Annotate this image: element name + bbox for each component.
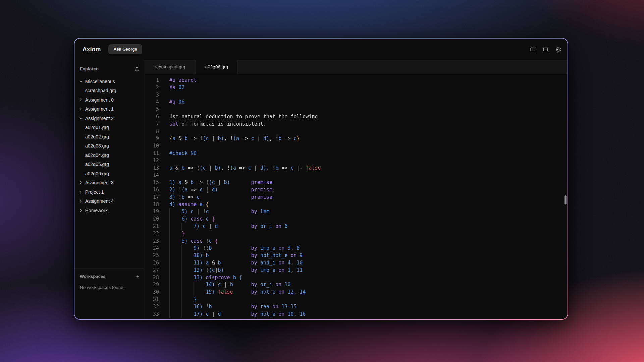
line-content[interactable]: 13) disprove b { bbox=[169, 274, 242, 282]
code-token: | bbox=[209, 311, 218, 317]
tree-folder-assignment-1[interactable]: Assignment 1 bbox=[74, 105, 145, 114]
line-content[interactable]: 11) a & b by and_i on 4, 10 bbox=[169, 259, 303, 267]
code-token: 1 bbox=[287, 267, 290, 273]
code-line: 162) !(a => c | d) premise bbox=[145, 186, 568, 194]
line-content[interactable]: 12) !(c|b) by imp_e on 1, 11 bbox=[169, 267, 303, 274]
workspaces-panel: Workspaces + No workspaces found. bbox=[74, 268, 145, 319]
tree-file-scratchpad-grg[interactable]: scratchpad.grg bbox=[74, 86, 145, 96]
line-content[interactable]: 1) a & b => !(c | b) premise bbox=[169, 179, 272, 186]
code-line: 3 bbox=[145, 92, 568, 99]
line-content[interactable]: 5) c | !c by lem bbox=[169, 208, 269, 216]
chevron-down-icon bbox=[79, 79, 83, 83]
tab-scratchpad-grg[interactable]: scratchpad.grg bbox=[145, 60, 196, 74]
code-token bbox=[257, 208, 260, 215]
code-token bbox=[257, 282, 260, 288]
code-token: d) bbox=[260, 165, 266, 171]
line-content[interactable]: 3) !b => c premise bbox=[169, 194, 272, 201]
tree-item-label: a02q01.grg bbox=[85, 125, 109, 130]
code-token: on bbox=[278, 311, 284, 317]
indent-guide bbox=[169, 296, 170, 303]
code-token: { bbox=[239, 275, 242, 281]
upload-icon[interactable] bbox=[135, 66, 140, 71]
line-content[interactable]: 4) assume a { bbox=[169, 201, 209, 208]
tree-folder-assignment-3[interactable]: Assignment 3 bbox=[74, 178, 145, 188]
editor-scrollbar-thumb[interactable] bbox=[565, 195, 567, 204]
line-content[interactable]: #check ND bbox=[169, 150, 197, 157]
tab-label: scratchpad.grg bbox=[155, 64, 185, 69]
line-content[interactable]: #u abarot bbox=[169, 77, 197, 84]
line-number: 16 bbox=[145, 186, 159, 194]
tree-folder-miscellaneous[interactable]: Miscellaneous bbox=[74, 77, 145, 86]
code-token: b bbox=[181, 165, 184, 171]
line-content[interactable]: #a 02 bbox=[169, 84, 184, 92]
line-content[interactable]: 10) b by not_not_e on 9 bbox=[169, 252, 303, 259]
code-token: => bbox=[278, 165, 290, 171]
code-line: 14 bbox=[145, 172, 568, 179]
code-token: #u abarot bbox=[169, 77, 197, 83]
add-workspace-button[interactable]: + bbox=[136, 274, 140, 279]
tab-a02q06-grg[interactable]: a02q06.grg bbox=[196, 60, 238, 74]
line-content[interactable]: } bbox=[169, 296, 197, 303]
code-line: 2#a 02 bbox=[145, 84, 568, 92]
panel-bottom-icon[interactable] bbox=[543, 47, 548, 52]
line-content[interactable]: 9) !!b by imp_e on 3, 8 bbox=[169, 245, 300, 252]
code-token: | bbox=[215, 267, 218, 273]
code-token: premise bbox=[251, 194, 272, 200]
line-content[interactable]: 16) !b by raa on 13-15 bbox=[169, 303, 297, 311]
tree-folder-project-1[interactable]: Project 1 bbox=[74, 187, 145, 197]
code-token: on bbox=[278, 245, 284, 251]
line-content[interactable]: set of formulas is inconsistent. bbox=[169, 121, 266, 128]
line-number: 11 bbox=[145, 150, 159, 157]
tree-item-label: Assignment 0 bbox=[85, 97, 114, 103]
line-content[interactable]: Use natural deduction to prove that the … bbox=[169, 113, 318, 121]
line-content[interactable]: 6) case c { bbox=[169, 216, 215, 223]
panel-left-icon[interactable] bbox=[530, 47, 536, 52]
code-token bbox=[218, 187, 251, 193]
indent-guide bbox=[194, 289, 194, 296]
tree-folder-assignment-4[interactable]: Assignment 4 bbox=[74, 197, 145, 206]
code-token bbox=[175, 179, 178, 185]
code-token: (a bbox=[181, 187, 187, 193]
tree-folder-assignment-2[interactable]: Assignment 2 bbox=[74, 114, 145, 123]
settings-gear-icon[interactable] bbox=[555, 47, 561, 52]
code-line: 1#u abarot bbox=[145, 77, 568, 84]
tree-file-a02q03-grg[interactable]: a02q03.grg bbox=[74, 141, 145, 151]
line-content[interactable]: 17) c | d by not_e on 10, 16 bbox=[169, 311, 306, 318]
tree-file-a02q05-grg[interactable]: a02q05.grg bbox=[74, 160, 145, 169]
line-content[interactable]: {a & b => !(c | b), !(a => c | d), !b =>… bbox=[169, 135, 300, 142]
tree-file-a02q02-grg[interactable]: a02q02.grg bbox=[74, 132, 145, 141]
line-content[interactable]: 7) c | d by or_i on 6 bbox=[169, 223, 287, 230]
line-content[interactable]: 2) !(a => c | d) premise bbox=[169, 186, 272, 194]
code-token: imp_e bbox=[260, 267, 275, 273]
line-number: 3 bbox=[145, 92, 159, 99]
tree-folder-homework[interactable]: Homework bbox=[74, 206, 145, 215]
tree-file-a02q01-grg[interactable]: a02q01.grg bbox=[74, 123, 145, 132]
tree-file-a02q06-grg[interactable]: a02q06.grg bbox=[74, 169, 145, 178]
line-content[interactable]: 15) false by not_e on 12, 14 bbox=[169, 289, 306, 296]
tree-file-a02q04-grg[interactable]: a02q04.grg bbox=[74, 150, 145, 160]
code-token bbox=[284, 289, 287, 295]
line-content[interactable]: a & b => !(c | b), !(a => c | d), !b => … bbox=[169, 165, 321, 172]
tree-folder-assignment-0[interactable]: Assignment 0 bbox=[74, 95, 145, 105]
code-token: , bbox=[290, 267, 297, 273]
line-content[interactable]: } bbox=[169, 230, 184, 238]
indent-guide bbox=[169, 230, 170, 238]
code-token: | bbox=[221, 282, 230, 288]
line-content[interactable]: 14) c | b by or_i on 10 bbox=[169, 281, 290, 289]
code-token: } bbox=[194, 296, 197, 302]
code-token: (c bbox=[209, 179, 215, 185]
code-token: & bbox=[175, 135, 184, 141]
tree-item-label: Homework bbox=[85, 208, 108, 213]
tree-item-label: Miscellaneous bbox=[85, 79, 115, 84]
line-content[interactable]: 8) case !c { bbox=[169, 238, 218, 245]
code-token: (a bbox=[233, 135, 239, 141]
tree-item-label: Project 1 bbox=[85, 189, 104, 195]
tree-item-label: Assignment 4 bbox=[85, 198, 114, 204]
tree-item-label: a02q02.grg bbox=[85, 134, 109, 139]
line-number: 6 bbox=[145, 113, 159, 121]
code-token: { bbox=[215, 238, 218, 244]
line-content[interactable]: #q 06 bbox=[169, 99, 184, 106]
indent-guide bbox=[169, 259, 170, 267]
indent-guide bbox=[169, 223, 170, 230]
ask-george-button[interactable]: Ask George bbox=[108, 44, 142, 54]
